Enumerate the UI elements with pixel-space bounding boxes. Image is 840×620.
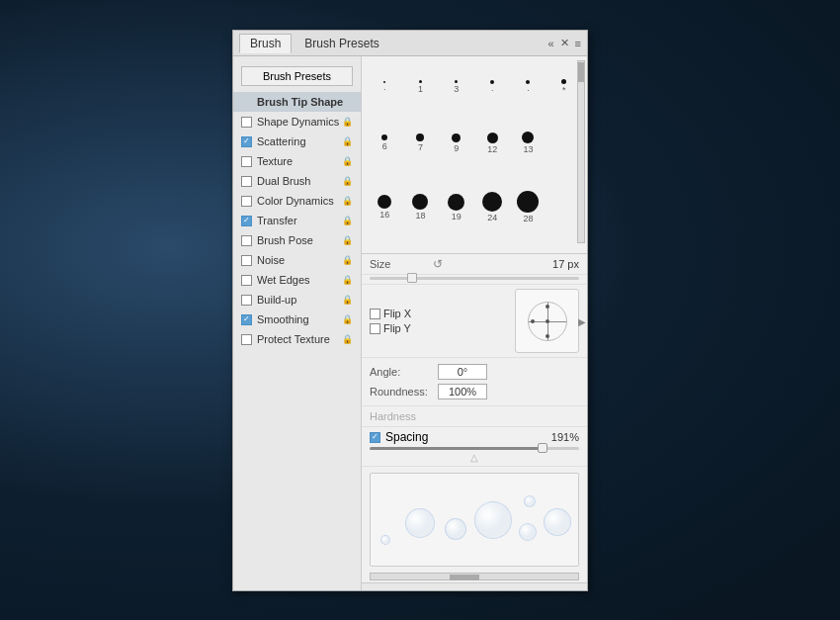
sidebar-item-shape-dynamics[interactable]: Shape Dynamics🔒 bbox=[233, 112, 361, 132]
sidebar-item-wet-edges[interactable]: Wet Edges🔒 bbox=[233, 270, 361, 290]
checkbox-texture[interactable] bbox=[241, 156, 252, 167]
brush-cell[interactable]: · bbox=[368, 62, 401, 113]
size-slider[interactable] bbox=[370, 277, 579, 280]
brush-cell[interactable]: 16 bbox=[368, 174, 401, 241]
sidebar-item-build-up[interactable]: Build-up🔒 bbox=[233, 290, 361, 310]
brush-cell[interactable]: 9 bbox=[440, 115, 473, 172]
lock-icon-wet-edges: 🔒 bbox=[342, 275, 353, 285]
sidebar-label-wet-edges: Wet Edges bbox=[257, 274, 310, 286]
eye-icon[interactable]: 👁 bbox=[439, 590, 455, 591]
sidebar-item-transfer[interactable]: Transfer🔒 bbox=[233, 211, 361, 230]
grid-icon[interactable]: ⊞ bbox=[470, 589, 483, 590]
roundness-input[interactable] bbox=[438, 384, 487, 399]
brush-presets-button[interactable]: Brush Presets bbox=[241, 66, 353, 86]
checkbox-protect-texture[interactable] bbox=[241, 334, 252, 345]
brush-label: 6 bbox=[382, 141, 387, 152]
brush-cell[interactable]: · bbox=[511, 62, 545, 113]
angle-roundness-area: Angle: Roundness: bbox=[362, 358, 587, 406]
lock-icon-transfer: 🔒 bbox=[342, 216, 353, 225]
spacing-value: 191% bbox=[551, 431, 579, 443]
flip-x-label: Flip X bbox=[383, 308, 411, 319]
sidebar-item-texture[interactable]: Texture🔒 bbox=[233, 151, 361, 171]
sidebar-item-protect-texture[interactable]: Protect Texture🔒 bbox=[233, 329, 361, 349]
bottom-toolbar: 👁 ⊞ ⧉ bbox=[362, 582, 587, 590]
tab-brush-presets[interactable]: Brush Presets bbox=[294, 34, 389, 53]
brush-label: · bbox=[491, 85, 494, 96]
brush-cell[interactable]: 6 bbox=[368, 115, 401, 172]
sidebar-item-scattering[interactable]: Scattering🔒 bbox=[233, 132, 361, 151]
checkbox-color-dynamics[interactable] bbox=[241, 196, 252, 207]
brush-cell[interactable]: 24 bbox=[475, 174, 509, 241]
sidebar-item-brush-tip-shape[interactable]: Brush Tip Shape bbox=[233, 92, 361, 112]
main-content: · 1 3 · · bbox=[362, 56, 587, 590]
spacing-checkbox[interactable] bbox=[370, 432, 380, 443]
sidebar-item-brush-pose[interactable]: Brush Pose🔒 bbox=[233, 230, 361, 250]
scrollbar-vertical[interactable] bbox=[577, 60, 585, 243]
sidebar-label-noise: Noise bbox=[257, 254, 285, 266]
collapse-icon[interactable]: « bbox=[547, 38, 553, 49]
size-row: Size ↺ 17 px bbox=[362, 254, 587, 275]
brush-cell[interactable]: 19 bbox=[440, 174, 473, 241]
size-label: Size bbox=[370, 258, 429, 270]
bubble bbox=[524, 495, 536, 507]
sidebar-label-build-up: Build-up bbox=[257, 294, 296, 306]
brush-label: 19 bbox=[452, 212, 462, 222]
angle-input[interactable] bbox=[438, 364, 487, 380]
lock-icon-smoothing: 🔒 bbox=[342, 314, 353, 324]
flip-y-checkbox[interactable] bbox=[370, 323, 380, 334]
brush-cell[interactable]: 18 bbox=[403, 174, 437, 241]
checkbox-dual-brush[interactable] bbox=[241, 176, 252, 187]
sidebar-label-shape-dynamics: Shape Dynamics bbox=[257, 116, 339, 128]
brush-label: 7 bbox=[418, 142, 423, 153]
brush-cell[interactable]: 7 bbox=[403, 115, 437, 172]
brush-label: 16 bbox=[379, 210, 389, 221]
brush-label: 3 bbox=[454, 84, 459, 95]
brush-label: 24 bbox=[487, 213, 497, 223]
flip-x-checkbox[interactable] bbox=[370, 309, 380, 319]
panel-body: Brush Presets Brush Tip ShapeShape Dynam… bbox=[233, 56, 587, 590]
preview-arrow: ▶ bbox=[578, 315, 586, 326]
size-value: 17 px bbox=[552, 258, 579, 270]
roundness-row: Roundness: bbox=[370, 382, 579, 401]
bubble bbox=[445, 518, 466, 540]
brush-cell[interactable]: · bbox=[475, 62, 509, 113]
checkbox-smoothing[interactable] bbox=[241, 314, 252, 325]
lock-icon-color-dynamics: 🔒 bbox=[342, 196, 353, 206]
brush-cell[interactable] bbox=[547, 115, 581, 172]
brush-label: 18 bbox=[415, 211, 425, 221]
checkbox-build-up[interactable] bbox=[241, 295, 252, 306]
export-icon[interactable]: ⧉ bbox=[499, 590, 510, 591]
sidebar-item-noise[interactable]: Noise🔒 bbox=[233, 250, 361, 270]
spacing-slider[interactable] bbox=[370, 447, 579, 450]
brush-cell[interactable]: 1 bbox=[403, 62, 437, 113]
size-slider-row bbox=[362, 275, 587, 285]
brush-cell[interactable]: 28 bbox=[511, 174, 545, 241]
sidebar-label-transfer: Transfer bbox=[257, 215, 297, 226]
brush-cell[interactable]: 12 bbox=[475, 115, 509, 172]
bubble bbox=[474, 501, 512, 539]
close-icon[interactable]: ✕ bbox=[560, 37, 569, 49]
brush-cell[interactable]: 13 bbox=[511, 115, 545, 172]
size-reset-icon[interactable]: ↺ bbox=[433, 257, 443, 271]
tab-brush[interactable]: Brush bbox=[239, 34, 292, 53]
preview-circle bbox=[528, 302, 567, 341]
menu-icon[interactable]: ≡ bbox=[575, 38, 581, 49]
brush-cell[interactable]: * bbox=[547, 62, 581, 113]
scrollbar-horizontal[interactable] bbox=[370, 573, 579, 580]
brush-panel: Brush Brush Presets « ✕ ≡ Brush Presets … bbox=[232, 30, 588, 591]
sidebar-label-dual-brush: Dual Brush bbox=[257, 175, 310, 187]
checkbox-shape-dynamics[interactable] bbox=[241, 117, 252, 128]
checkbox-brush-pose[interactable] bbox=[241, 235, 252, 246]
checkbox-noise[interactable] bbox=[241, 255, 252, 266]
brush-cell[interactable]: 3 bbox=[440, 62, 473, 113]
flip-row: Flip X Flip Y bbox=[362, 285, 587, 358]
checkbox-transfer[interactable] bbox=[241, 216, 252, 226]
panel-titlebar: Brush Brush Presets « ✕ ≡ bbox=[233, 31, 587, 56]
sidebar: Brush Presets Brush Tip ShapeShape Dynam… bbox=[233, 56, 362, 590]
checkbox-scattering[interactable] bbox=[241, 136, 252, 147]
sidebar-item-color-dynamics[interactable]: Color Dynamics🔒 bbox=[233, 191, 361, 211]
sidebar-item-dual-brush[interactable]: Dual Brush🔒 bbox=[233, 171, 361, 191]
checkbox-wet-edges[interactable] bbox=[241, 275, 252, 286]
sidebar-item-smoothing[interactable]: Smoothing🔒 bbox=[233, 310, 361, 329]
brush-preview: ▶ bbox=[515, 289, 579, 353]
